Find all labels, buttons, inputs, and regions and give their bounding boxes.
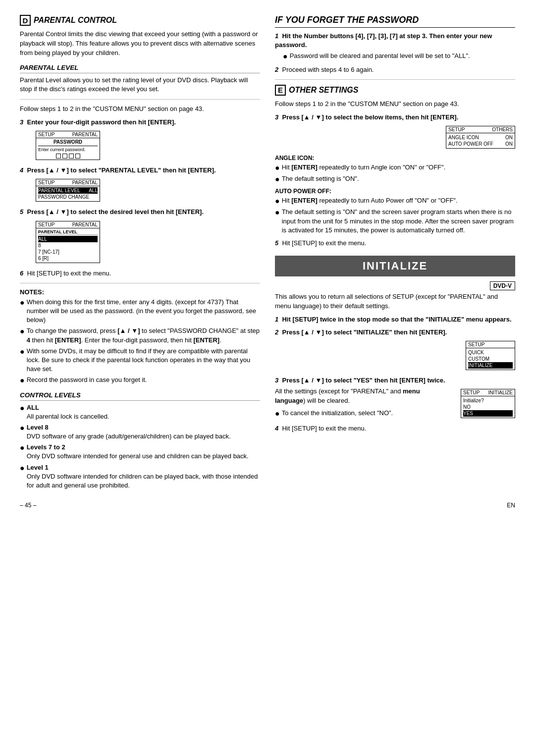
if-forget-bullet1-dot: ● <box>283 52 288 61</box>
init-step4-text: Hit [SETUP] to exit the menu. <box>282 425 366 432</box>
if-forget-step2-num: 2 <box>275 66 278 73</box>
note-bullet-4: ● <box>20 376 25 385</box>
step-3-text: Enter your four-digit password then hit … <box>27 118 175 126</box>
level-8-text: Level 8DVD software of any grade (adult/… <box>27 423 231 441</box>
auto-power-off-label: AUTO POWER OFF: <box>275 188 515 195</box>
note-item-4: ● Record the password in case you forget… <box>20 376 260 385</box>
level-1-bullet: ● <box>20 463 25 473</box>
step-5-num: 5 <box>20 208 23 216</box>
init-step3-content: All the settings (except for "PARENTAL" … <box>275 387 515 420</box>
screen5-row-nc17: 7 [NC-17] <box>38 249 98 255</box>
section-e-title: OTHER SETTINGS <box>289 86 358 95</box>
auto-power-off-bullet1: ● Hit [ENTER] repeatedly to turn Auto Po… <box>275 196 515 206</box>
note-text-4: Record the password in case you forget i… <box>27 376 147 384</box>
auto-power-off-bullet1-dot: ● <box>275 196 280 206</box>
init-step2-num: 2 <box>275 328 278 336</box>
init-step3-text: Press [▲ / ▼] to select "YES" then hit [… <box>282 377 445 384</box>
section-e-step3-screen: SETUP OTHERS ANGLE ICONON AUTO POWER OFF… <box>275 124 515 151</box>
note-text-3: With some DVDs, it may be difficult to f… <box>27 347 260 374</box>
level-1: ● Level 1Only DVD software intended for … <box>20 463 260 490</box>
step-4-num: 4 <box>20 166 23 174</box>
init-screen3-left: SETUP <box>463 390 480 395</box>
angle-icon-bullet2-dot: ● <box>275 174 280 184</box>
section-e-step3: 3 Press [▲ / ▼] to select the below item… <box>275 113 515 122</box>
init-step1: 1 Hit [SETUP] twice in the stop mode so … <box>275 315 515 324</box>
parental-level-text: Parental Level allows you to set the rat… <box>20 76 260 95</box>
init-step3-bullet1-text: To cancel the initialization, select "NO… <box>282 409 393 418</box>
footer-page-num: – 45 – <box>20 502 36 509</box>
screen5-title: PARENTAL LEVEL <box>38 229 98 235</box>
step-4-screen: SETUP PARENTAL PARENTAL LEVELALL PASSWOR… <box>28 177 260 204</box>
init-screen3-row2: NO <box>463 404 513 410</box>
if-forget-step1: 1 Hit the Number buttons [4], [7], [3], … <box>275 32 515 50</box>
if-forget-step2-text: Proceed with steps 4 to 6 again. <box>282 66 374 73</box>
level-all: ● ALLAll parental lock is cancelled. <box>20 403 260 421</box>
auto-power-off-bullet1-text: Hit [ENTER] repeatedly to turn Auto Powe… <box>282 196 458 205</box>
init-screen2-quick: QUICK <box>468 349 513 356</box>
section-e-header: E OTHER SETTINGS <box>275 85 515 96</box>
step-3-num: 3 <box>20 118 23 126</box>
screen3-row1: PASSWORD <box>38 139 98 146</box>
screen4-row1: PARENTAL LEVELALL <box>38 187 98 194</box>
screen4-header-left: SETUP <box>38 180 54 185</box>
screen5-row-r: 6 [R] <box>38 255 98 262</box>
step-6-text: Hit [SETUP] to exit the menu. <box>27 270 111 277</box>
init-step4-num: 4 <box>275 425 278 432</box>
initialize-banner: INITIALIZE <box>275 256 515 276</box>
angle-icon-bullet1-dot: ● <box>275 163 280 172</box>
level-8-bullet: ● <box>20 423 25 432</box>
screen-e3-left: SETUP <box>448 127 465 132</box>
init-screen3-row1: Initialize? <box>463 397 513 404</box>
init-screen2-header: SETUP <box>468 342 484 347</box>
step-3: 3 Enter your four-digit password then hi… <box>20 118 260 127</box>
screen5-header-left: SETUP <box>38 222 54 227</box>
init-step4: 4 Hit [SETUP] to exit the menu. <box>275 424 515 433</box>
level-7to2-text: Levels 7 to 2Only DVD software intended … <box>27 443 249 461</box>
init-step3-bullet1-dot: ● <box>275 409 280 418</box>
angle-icon-bullet1-text: Hit [ENTER] repeatedly to turn Angle ico… <box>282 163 446 172</box>
init-step1-text: Hit [SETUP] twice in the stop mode so th… <box>282 316 511 323</box>
screen4-row2: PASSWORD CHANGE <box>38 194 98 200</box>
screen5-header-right: PARENTAL <box>72 222 98 227</box>
if-forget-step2: 2 Proceed with steps 4 to 6 again. <box>275 65 515 74</box>
note-item-1: ● When doing this for the first time, en… <box>20 298 260 325</box>
section-d-intro: Parental Control limits the disc viewing… <box>20 30 260 58</box>
angle-icon-bullet2-text: The default setting is "ON". <box>282 174 359 183</box>
level-7to2: ● Levels 7 to 2Only DVD software intende… <box>20 443 260 461</box>
notes-title: NOTES: <box>20 288 260 296</box>
screen4-header-right: PARENTAL <box>72 180 98 185</box>
angle-icon-bullet2: ● The default setting is "ON". <box>275 174 515 184</box>
level-1-text: Level 1Only DVD software intended for ch… <box>27 463 260 490</box>
right-column: IF YOU FORGET THE PASSWORD 1 Hit the Num… <box>275 15 515 492</box>
if-forget-step1-text: Hit the Number buttons [4], [7], [3], [7… <box>275 32 492 49</box>
section-e-step5-text: Hit [SETUP] to exit the menu. <box>282 239 366 247</box>
init-screen2-init: INITIALIZE <box>468 362 513 369</box>
note-text-2: To change the password, press [▲ / ▼] to… <box>27 326 260 344</box>
level-8: ● Level 8DVD software of any grade (adul… <box>20 423 260 441</box>
section-e-step5: 5 Hit [SETUP] to exit the menu. <box>275 239 515 248</box>
if-forget-title: IF YOU FORGET THE PASSWORD <box>275 15 515 28</box>
if-forget-bullet1-text: Password will be cleared and parental le… <box>290 52 470 60</box>
step-3-screen: SETUP PARENTAL PASSWORD Enter current pa… <box>28 129 260 162</box>
dvd-v-badge: DVD-V <box>490 281 515 290</box>
section-e-step3-text: Press [▲ / ▼] to select the below items,… <box>282 113 458 121</box>
screen5-row-all: ALL <box>38 236 98 242</box>
note-bullet-3: ● <box>20 347 25 356</box>
if-forget-step1-num: 1 <box>275 32 278 40</box>
step-4-text: Press [▲ / ▼] to select "PARENTAL LEVEL"… <box>27 166 215 174</box>
init-step2-screen: SETUP QUICK CUSTOM INITIALIZE <box>275 339 515 372</box>
init-step2: 2 Press [▲ / ▼] to select "INITIALIZE" t… <box>275 328 515 337</box>
screen3-header-right: PARENTAL <box>72 132 98 137</box>
section-d-title: PARENTAL CONTROL <box>34 16 117 25</box>
init-step3-num: 3 <box>275 377 278 384</box>
init-screen3-row3: YES <box>463 410 513 417</box>
parental-level-title: PARENTAL LEVEL <box>20 64 260 73</box>
level-7to2-bullet: ● <box>20 443 25 452</box>
section-d-header: D PARENTAL CONTROL <box>20 15 260 26</box>
init-screen3-right: INITIALIZE <box>488 390 513 395</box>
if-forget-bullet1: ● Password will be cleared and parental … <box>283 52 515 61</box>
step-5-text: Press [▲ / ▼] to select the desired leve… <box>27 208 204 216</box>
note-item-3: ● With some DVDs, it may be difficult to… <box>20 347 260 374</box>
section-d-letter: D <box>20 15 31 26</box>
screen3-label: Enter current password. <box>38 147 98 152</box>
